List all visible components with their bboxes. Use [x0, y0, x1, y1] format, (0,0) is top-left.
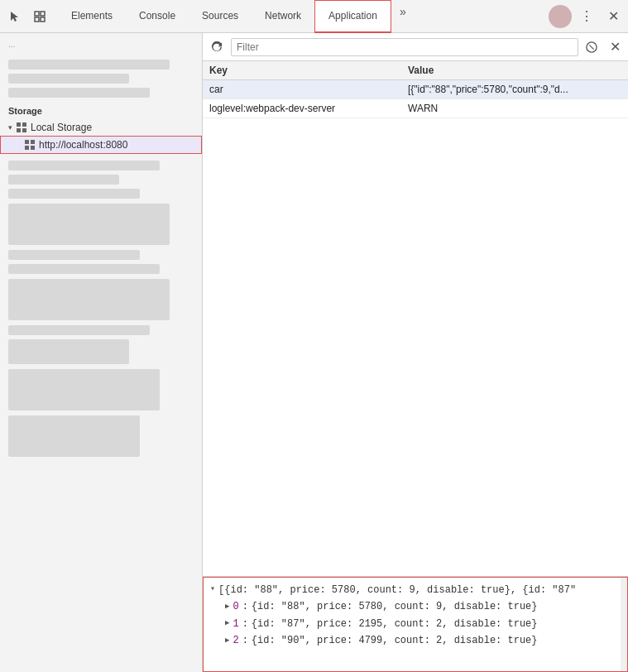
local-storage-icon [16, 122, 27, 133]
sidebar-placeholder-3 [8, 88, 150, 98]
close-devtools-btn[interactable]: ✕ [602, 5, 625, 28]
preview-expand-arrow[interactable]: ▾ [210, 583, 215, 596]
svg-line-14 [589, 45, 593, 49]
sidebar-placeholder-6 [8, 189, 140, 199]
vertical-scroll-indicator [621, 578, 627, 671]
sidebar-placeholder-4 [8, 161, 160, 170]
cursor-icon-btn[interactable] [3, 5, 26, 28]
table-row[interactable]: car [{"id":"88","price":5780,"count":9,"… [203, 80, 628, 99]
sidebar-placeholder-9 [8, 264, 160, 274]
svg-rect-3 [35, 17, 39, 22]
preview-main-row: ▾ [{id: "88", price: 5780, count: 9, dis… [210, 583, 621, 598]
inspect-icon-btn[interactable] [28, 5, 51, 28]
table-cell-value: WARN [401, 99, 628, 118]
content-panel: ✕ Key Value car [{"id":"88" [203, 33, 628, 672]
svg-rect-2 [41, 12, 45, 16]
sidebar-placeholder-5 [8, 175, 119, 185]
svg-rect-10 [31, 140, 35, 144]
sidebar-placeholder-8 [8, 250, 140, 260]
table-cell-value: [{"id":"88","price":5780,"count":9,"d... [401, 80, 628, 99]
svg-rect-9 [25, 140, 29, 144]
tab-elements[interactable]: Elements [58, 0, 126, 33]
table-row[interactable]: loglevel:webpack-dev-server WARN [203, 99, 628, 118]
sidebar-placeholder-11 [8, 325, 150, 335]
filter-input[interactable] [231, 38, 578, 56]
tab-list: Elements Console Sources Network Applica… [58, 0, 549, 33]
storage-section: Storage ▾ Local Storage [0, 103, 202, 154]
svg-rect-1 [35, 12, 39, 16]
preview-items: ▶ 0 : {id: "88", price: 5780, count: 9, … [210, 598, 621, 649]
sub-item-colon: : [242, 598, 248, 615]
more-options-btn[interactable]: ⋮ [575, 5, 598, 28]
col-header-key: Key [203, 61, 401, 80]
sidebar-placeholder-12 [8, 339, 129, 364]
svg-rect-7 [17, 128, 21, 132]
table-cell-key: loglevel:webpack-dev-server [203, 99, 401, 118]
tab-console[interactable]: Console [126, 0, 189, 33]
toolbar-right: ⋮ ✕ [549, 5, 625, 28]
cursor-icon [9, 11, 21, 22]
profile-icon [549, 5, 572, 28]
sidebar-placeholder-7 [8, 204, 170, 245]
filter-close-btn[interactable]: ✕ [605, 37, 625, 57]
filter-bar: ✕ [203, 33, 628, 61]
sub-item-index: 1 [233, 616, 238, 632]
sidebar: ... Storage ▾ Local Sto [0, 33, 203, 672]
tab-application[interactable]: Application [314, 0, 391, 33]
table-cell-key: car [203, 80, 401, 99]
inspect-icon [34, 11, 46, 22]
sub-item-text: {id: "88", price: 5780, count: 9, disabl… [252, 598, 538, 615]
sub-item-colon: : [242, 632, 248, 649]
local-storage-url-icon [24, 139, 36, 151]
sidebar-dots: ... [0, 33, 202, 55]
local-storage-item[interactable]: ▾ Local Storage [0, 119, 202, 136]
table-header-row: Key Value [203, 61, 628, 80]
sub-item-colon: : [242, 616, 248, 632]
sidebar-placeholder-13 [8, 369, 160, 410]
toolbar: Elements Console Sources Network Applica… [0, 0, 628, 33]
refresh-icon [211, 41, 223, 53]
sidebar-placeholder-1 [8, 60, 170, 70]
toolbar-icons [3, 5, 51, 28]
sub-item-text: {id: "90", price: 4799, count: 2, disabl… [252, 632, 538, 649]
sub-item-expand-arrow[interactable]: ▶ [225, 635, 229, 647]
sidebar-placeholder-10 [8, 279, 170, 320]
local-storage-url-item[interactable]: http://localhost:8080 [0, 136, 202, 154]
preview-sub-item: ▶ 2 : {id: "90", price: 4799, count: 2, … [210, 632, 621, 649]
preview-sub-item: ▶ 1 : {id: "87", price: 2195, count: 2, … [210, 616, 621, 632]
sub-item-index: 2 [233, 632, 238, 649]
storage-header: Storage [0, 103, 202, 119]
tree-expand-arrow: ▾ [8, 123, 12, 132]
table-body: car [{"id":"88","price":5780,"count":9,"… [203, 80, 628, 118]
svg-rect-6 [22, 122, 26, 127]
clear-filter-btn[interactable] [582, 37, 602, 57]
sub-item-expand-arrow[interactable]: ▶ [225, 617, 229, 630]
no-filter-icon [586, 41, 597, 53]
main-layout: ... Storage ▾ Local Sto [0, 33, 628, 672]
preview-content: ▾ [{id: "88", price: 5780, count: 9, dis… [204, 578, 627, 654]
more-tabs-btn[interactable]: » [391, 0, 415, 23]
svg-rect-4 [41, 17, 45, 22]
svg-rect-12 [31, 146, 35, 150]
sub-item-expand-arrow[interactable]: ▶ [225, 601, 229, 613]
svg-rect-5 [17, 122, 21, 127]
sub-item-index: 0 [233, 598, 238, 615]
col-header-value: Value [401, 61, 628, 80]
tab-sources[interactable]: Sources [189, 0, 252, 33]
svg-rect-8 [22, 128, 26, 132]
storage-table: Key Value car [{"id":"88","price":5780,"… [203, 61, 628, 577]
svg-rect-11 [25, 146, 29, 150]
sub-item-text: {id: "87", price: 2195, count: 2, disabl… [252, 616, 538, 632]
sidebar-placeholder-14 [8, 415, 140, 457]
kv-table: Key Value car [{"id":"88","price":5780,"… [203, 61, 628, 118]
tab-network[interactable]: Network [252, 0, 314, 33]
refresh-btn[interactable] [206, 36, 228, 58]
preview-panel: ▾ [{id: "88", price: 5780, count: 9, dis… [203, 577, 628, 672]
sidebar-placeholder-2 [8, 74, 129, 84]
svg-marker-0 [11, 12, 18, 22]
preview-sub-item: ▶ 0 : {id: "88", price: 5780, count: 9, … [210, 598, 621, 615]
